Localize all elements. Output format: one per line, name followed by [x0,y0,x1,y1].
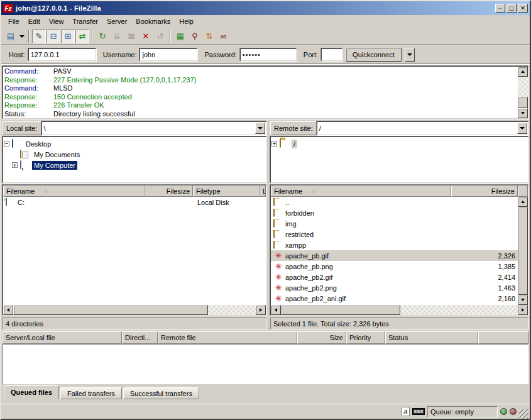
tab-queued-files[interactable]: Queued files [4,385,59,399]
username-input[interactable] [140,48,197,61]
menu-view[interactable]: View [45,16,68,26]
filter-icon[interactable]: ▦ [173,30,187,43]
file-row[interactable]: ✳apache_pb2.gif2,414 [271,272,518,282]
quickconnect-dropdown-icon[interactable] [405,48,415,62]
host-input[interactable] [28,48,96,61]
toolbar-separator [92,30,93,43]
column-filesize[interactable]: Filesize [145,185,193,197]
filezilla-window: Fz john@127.0.0.1 - FileZilla File Edit … [0,0,531,420]
expand-icon[interactable] [12,162,18,168]
menu-bookmarks[interactable]: Bookmarks [131,16,175,26]
image-file-icon: ✳ [273,262,283,271]
toggle-message-log-icon[interactable]: ✎ [32,30,46,43]
reconnect-icon[interactable]: ↺ [153,30,167,43]
scroll-up-icon[interactable] [518,197,528,207]
column-status[interactable]: Status [385,331,478,344]
column-priority[interactable]: Priority [346,331,385,344]
disconnect-icon[interactable]: ✕ [139,30,153,43]
local-site-dropdown-icon[interactable] [255,123,265,134]
toggle-transfer-queue-icon[interactable]: ⇄ [75,30,89,43]
scrollbar-thumb[interactable] [13,305,208,315]
menu-file[interactable]: File [4,16,24,26]
remote-hscrollbar[interactable] [271,305,528,315]
cancel-operation-icon[interactable]: ⊠ [124,30,138,43]
desktop-icon [12,140,22,148]
port-input[interactable] [321,48,342,61]
remote-pane: Remote site: / / Filename Filesize [270,121,528,329]
scroll-up-icon[interactable] [518,67,528,77]
file-row-c-drive[interactable]: C: Local Disk [3,197,266,207]
remote-list-header: Filename Filesize [271,185,528,197]
tree-item-root[interactable]: / [271,138,527,149]
log-scrollbar[interactable] [518,67,528,118]
window-title: john@127.0.0.1 - FileZilla [16,4,494,12]
site-manager-icon[interactable]: ▤ [4,30,18,43]
column-filename[interactable]: Filename [3,185,145,197]
file-row[interactable]: ✳apache_pb.png1,385 [271,261,518,272]
scrollbar-thumb[interactable] [518,207,528,295]
scroll-left-icon[interactable] [271,305,281,315]
remote-site-combo[interactable]: / [317,121,528,135]
remote-file-list: Filename Filesize .. forbidden img restr… [270,185,528,316]
scroll-down-icon[interactable] [518,295,528,305]
directory-comparison-icon[interactable]: ⚲ [188,30,202,43]
column-filesize[interactable]: Filesize [451,185,518,197]
sort-ascending-icon [43,189,48,193]
file-row-selected[interactable]: ✳apache_pb.gif2,326 [271,250,518,261]
column-size[interactable]: Size [297,331,346,344]
my-computer-icon [20,161,30,170]
toggle-remote-tree-icon[interactable]: ⊞ [61,30,75,43]
log-line: Response:150 Connection accepted [4,93,517,102]
file-row[interactable]: xampp [271,240,518,250]
column-server-local-file[interactable]: Server/Local file [3,331,122,344]
tab-successful-transfers[interactable]: Successful transfers [123,387,199,399]
synchronized-browsing-icon[interactable]: ⇅ [202,30,216,43]
menu-server[interactable]: Server [102,16,131,26]
column-filename[interactable]: Filename [271,185,451,197]
expand-icon[interactable] [271,141,277,146]
tab-failed-transfers[interactable]: Failed transfers [60,387,122,399]
tree-item-my-computer[interactable]: My Computer [4,160,265,170]
site-manager-dropdown-icon[interactable] [18,30,26,43]
remote-vscrollbar[interactable] [518,197,528,305]
maximize-button[interactable] [506,4,517,13]
scroll-down-icon[interactable] [518,108,528,118]
find-files-icon[interactable]: ∞ [217,30,231,43]
scroll-right-icon[interactable] [518,305,528,315]
image-file-icon: ✳ [273,284,283,292]
file-row[interactable]: ✳apache_pb2_ani.gif2,160 [271,293,518,304]
refresh-icon[interactable]: ↻ [96,30,109,43]
collapse-icon[interactable] [4,141,9,146]
scroll-right-icon[interactable] [256,305,266,315]
resize-grip[interactable] [519,409,528,419]
column-remote-file[interactable]: Remote file [158,331,297,344]
quickconnect-button[interactable]: Quickconnect [346,48,402,62]
file-row[interactable]: img [271,218,518,229]
toolbar-separator [170,30,171,43]
tree-item-my-documents[interactable]: My Documents [4,149,265,160]
column-direction[interactable]: Directi... [122,331,158,344]
menu-edit[interactable]: Edit [24,16,45,26]
close-button[interactable] [518,4,528,13]
local-hscrollbar[interactable] [3,305,266,315]
column-last-modified[interactable]: L [260,185,266,197]
file-row[interactable]: ✳apache_pb2.png1,463 [271,282,518,293]
process-queue-icon[interactable]: ⇊ [110,30,124,43]
tree-item-desktop[interactable]: Desktop [4,138,265,149]
local-site-value: \ [42,124,255,132]
remote-site-dropdown-icon[interactable] [517,123,527,134]
scrollbar-thumb[interactable] [518,97,528,108]
file-row[interactable]: restricted [271,229,518,240]
toggle-local-tree-icon[interactable]: ⊟ [47,30,60,43]
file-row[interactable]: .. [271,197,518,207]
scrollbar-thumb[interactable] [281,305,400,315]
menu-help[interactable]: Help [175,16,198,26]
scroll-left-icon[interactable] [3,305,13,315]
password-input[interactable] [240,48,297,61]
minimize-button[interactable] [495,4,505,13]
column-filetype[interactable]: Filetype [193,185,260,197]
toolbar: ▤ ✎ ⊟ ⊞ ⇄ ↻ ⇊ ⊠ ✕ ↺ ▦ ⚲ ⇅ ∞ [1,28,530,45]
local-site-combo[interactable]: \ [41,121,266,135]
file-row[interactable]: forbidden [271,207,518,218]
menu-transfer[interactable]: Transfer [68,16,102,26]
